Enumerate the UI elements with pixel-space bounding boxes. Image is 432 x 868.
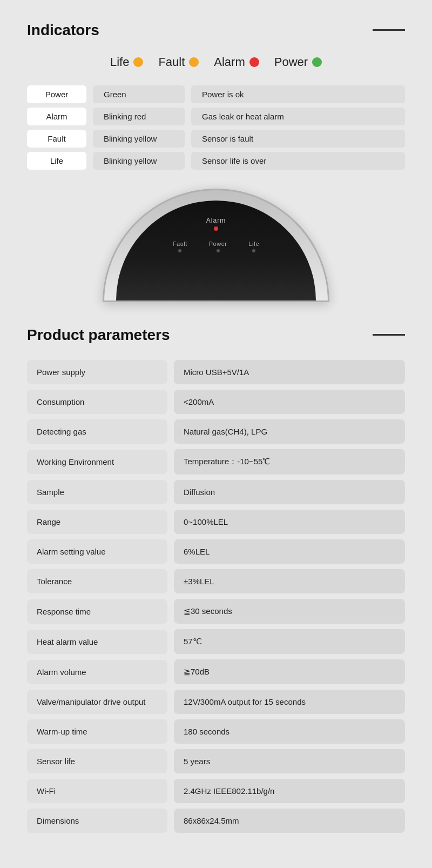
- indicator-row-0: Power Green Power is ok: [27, 85, 405, 103]
- param-row-15: Dimensions 86x86x24.5mm: [27, 809, 405, 833]
- param-value-6: 6%LEL: [174, 539, 405, 564]
- param-row-11: Valve/manipulator drive output 12V/300mA…: [27, 690, 405, 714]
- param-row-2: Detecting gas Natural gas(CH4), LPG: [27, 419, 405, 444]
- params-title: Product parameters: [27, 326, 170, 344]
- param-label-15: Dimensions: [27, 809, 167, 833]
- param-label-13: Sensor life: [27, 749, 167, 773]
- ind-col2-0: Green: [93, 85, 185, 103]
- indicators-section-header: Indicators: [27, 22, 405, 39]
- param-label-4: Sample: [27, 480, 167, 504]
- param-value-13: 5 years: [174, 749, 405, 773]
- legend-row: Life Fault Alarm Power: [27, 55, 405, 69]
- legend-item-power: Power: [274, 55, 322, 69]
- param-value-8: ≦30 seconds: [174, 599, 405, 624]
- param-value-10: ≧70dB: [174, 659, 405, 684]
- param-row-13: Sensor life 5 years: [27, 749, 405, 773]
- param-row-9: Heat alarm value 57℃: [27, 629, 405, 654]
- device-life-dot: [252, 249, 255, 252]
- param-value-11: 12V/300mA output for 15 seconds: [174, 690, 405, 714]
- device-outer-shell: Alarm Fault Power Life: [103, 189, 329, 302]
- device-bottom-labels: Fault Power Life: [173, 241, 259, 252]
- device-fault-label: Fault: [173, 241, 187, 247]
- product-parameters-section: Product parameters Power supply Micro US…: [27, 326, 405, 833]
- param-row-8: Response time ≦30 seconds: [27, 599, 405, 624]
- params-divider: [373, 334, 405, 336]
- param-value-0: Micro USB+5V/1A: [174, 360, 405, 384]
- legend-item-alarm: Alarm: [214, 55, 259, 69]
- page-container: Indicators Life Fault Alarm Power Power …: [0, 0, 432, 860]
- legend-label-alarm: Alarm: [214, 55, 245, 69]
- param-label-11: Valve/manipulator drive output: [27, 690, 167, 714]
- indicators-divider: [373, 29, 405, 31]
- ind-col2-3: Blinking yellow: [93, 152, 185, 170]
- ind-col3-3: Sensor life is over: [191, 152, 405, 170]
- ind-col1-0: Power: [27, 85, 86, 103]
- ind-col3-2: Sensor is fault: [191, 130, 405, 148]
- device-alarm-label: Alarm: [206, 217, 226, 224]
- legend-dot-life: [133, 57, 143, 67]
- param-row-1: Consumption <200mA: [27, 390, 405, 414]
- param-label-1: Consumption: [27, 390, 167, 414]
- param-label-5: Range: [27, 510, 167, 534]
- param-value-3: Temperature：-10~55℃: [174, 449, 405, 475]
- param-row-5: Range 0~100%LEL: [27, 510, 405, 534]
- legend-label-fault: Fault: [158, 55, 185, 69]
- device-alarm-dot: [214, 226, 218, 231]
- param-row-14: Wi-Fi 2.4GHz IEEE802.11b/g/n: [27, 779, 405, 803]
- param-value-12: 180 seconds: [174, 719, 405, 744]
- device-inner: Alarm Fault Power Life: [116, 201, 316, 301]
- device-power-item: Power: [209, 241, 227, 252]
- indicator-table: Power Green Power is ok Alarm Blinking r…: [27, 85, 405, 170]
- param-row-10: Alarm volume ≧70dB: [27, 659, 405, 684]
- param-label-8: Response time: [27, 599, 167, 624]
- legend-dot-fault: [189, 57, 199, 67]
- param-label-2: Detecting gas: [27, 419, 167, 444]
- ind-col1-2: Fault: [27, 130, 86, 148]
- ind-col1-1: Alarm: [27, 108, 86, 125]
- legend-dot-power: [312, 57, 322, 67]
- param-row-3: Working Environment Temperature：-10~55℃: [27, 449, 405, 475]
- param-label-0: Power supply: [27, 360, 167, 384]
- param-row-4: Sample Diffusion: [27, 480, 405, 504]
- param-label-10: Alarm volume: [27, 660, 167, 684]
- param-value-5: 0~100%LEL: [174, 510, 405, 534]
- device-life-item: Life: [248, 241, 259, 252]
- param-value-4: Diffusion: [174, 480, 405, 504]
- legend-label-life: Life: [110, 55, 129, 69]
- ind-col1-3: Life: [27, 152, 86, 170]
- param-value-15: 86x86x24.5mm: [174, 809, 405, 833]
- device-fault-item: Fault: [173, 241, 187, 252]
- indicator-row-2: Fault Blinking yellow Sensor is fault: [27, 130, 405, 148]
- param-label-14: Wi-Fi: [27, 779, 167, 803]
- param-label-12: Warm-up time: [27, 719, 167, 744]
- ind-col2-1: Blinking red: [93, 108, 185, 125]
- indicators-title: Indicators: [27, 22, 99, 39]
- param-value-1: <200mA: [174, 390, 405, 414]
- device-life-label: Life: [248, 241, 259, 247]
- param-row-6: Alarm setting value 6%LEL: [27, 539, 405, 564]
- params-section-header: Product parameters: [27, 326, 405, 344]
- device-power-dot: [217, 249, 220, 252]
- param-value-9: 57℃: [174, 629, 405, 654]
- ind-col2-2: Blinking yellow: [93, 130, 185, 148]
- param-label-3: Working Environment: [27, 450, 167, 474]
- legend-dot-alarm: [249, 57, 259, 67]
- param-label-9: Heat alarm value: [27, 630, 167, 654]
- params-table: Power supply Micro USB+5V/1A Consumption…: [27, 360, 405, 833]
- legend-item-life: Life: [110, 55, 143, 69]
- indicator-row-1: Alarm Blinking red Gas leak or heat alar…: [27, 108, 405, 125]
- ind-col3-0: Power is ok: [191, 85, 405, 103]
- indicator-row-3: Life Blinking yellow Sensor life is over: [27, 152, 405, 170]
- param-value-7: ±3%LEL: [174, 569, 405, 593]
- param-label-6: Alarm setting value: [27, 539, 167, 564]
- param-row-12: Warm-up time 180 seconds: [27, 719, 405, 744]
- param-row-0: Power supply Micro USB+5V/1A: [27, 360, 405, 384]
- legend-item-fault: Fault: [158, 55, 199, 69]
- param-label-7: Tolerance: [27, 569, 167, 593]
- param-value-2: Natural gas(CH4), LPG: [174, 419, 405, 444]
- param-row-7: Tolerance ±3%LEL: [27, 569, 405, 593]
- param-value-14: 2.4GHz IEEE802.11b/g/n: [174, 779, 405, 803]
- legend-label-power: Power: [274, 55, 308, 69]
- ind-col3-1: Gas leak or heat alarm: [191, 108, 405, 125]
- device-container: Alarm Fault Power Life: [27, 186, 405, 305]
